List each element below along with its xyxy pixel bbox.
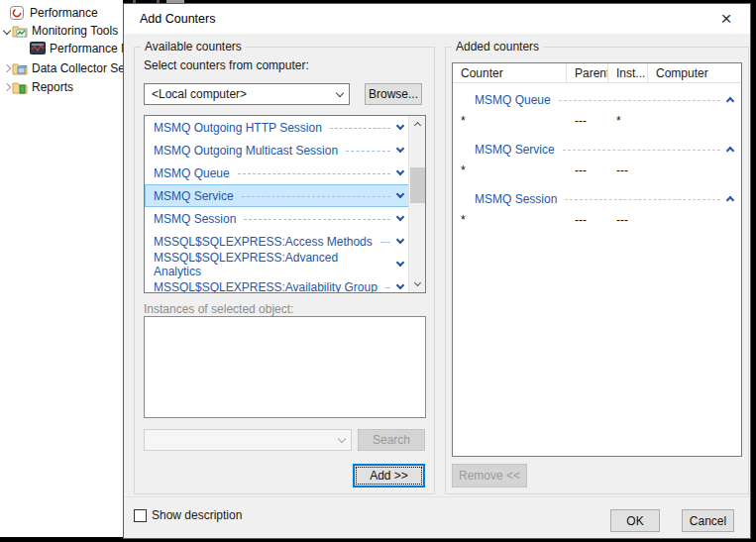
instances-label: Instances of selected object: [144, 302, 293, 316]
performance-logo-icon [10, 6, 26, 20]
remove-button: Remove << [452, 464, 527, 488]
ok-button[interactable]: OK [610, 509, 660, 532]
show-description-control: Show description [134, 508, 242, 522]
console-tree-panel: Performance Monitoring Tools Performance… [0, 0, 123, 537]
chevron-right-icon[interactable] [3, 83, 11, 91]
added-counters-table[interactable]: Counter Parent Inst... Computer MSMQ Que… [452, 62, 742, 457]
computer-combobox-value: <Local computer> [145, 87, 331, 101]
add-counters-dialog: Add Counters × Available counters Select… [123, 3, 751, 539]
tree-item-monitoring-tools[interactable]: Monitoring Tools [2, 22, 123, 40]
counter-group-row[interactable]: MSMQ Session [453, 186, 741, 211]
tree-item-performance[interactable]: Performance [0, 4, 123, 22]
folder-monitoring-icon [12, 24, 28, 38]
instances-list[interactable] [144, 316, 426, 418]
counter-list-item[interactable]: MSMQ Outgoing Multicast Session [145, 139, 409, 162]
scrollbar-up-icon[interactable] [409, 116, 426, 133]
counter-value-row[interactable]: * --- --- [453, 162, 741, 186]
screenshot-root: Performance Monitoring Tools Performance… [0, 0, 756, 542]
expand-chevron-icon[interactable] [396, 122, 404, 130]
expand-chevron-icon[interactable] [396, 213, 404, 221]
search-button: Search [358, 429, 425, 451]
chevron-down-icon[interactable] [331, 93, 349, 96]
counter-list-item[interactable]: MSMQ Session [145, 207, 409, 230]
tree-item-label: Reports [32, 80, 73, 94]
available-counters-list[interactable]: MSMQ Outgoing HTTP Session MSMQ Outgoing… [144, 115, 426, 293]
search-combobox [144, 429, 352, 451]
column-header-parent[interactable]: Parent [567, 63, 608, 82]
expand-chevron-icon[interactable] [396, 167, 404, 175]
expand-chevron-icon[interactable] [396, 281, 404, 289]
expand-chevron-icon[interactable] [396, 236, 404, 244]
expand-chevron-icon[interactable] [396, 145, 404, 153]
chevron-down-icon [333, 439, 351, 442]
close-icon[interactable]: × [712, 6, 740, 32]
added-counters-group-label: Added counters [452, 40, 543, 54]
column-header-counter[interactable]: Counter [453, 63, 567, 82]
collapse-chevron-icon[interactable] [726, 147, 734, 155]
collapse-chevron-icon[interactable] [726, 196, 734, 204]
chevron-down-icon[interactable] [3, 27, 11, 35]
computer-combobox[interactable]: <Local computer> [144, 83, 350, 105]
tree-item-label: Performance Monitor [50, 42, 123, 55]
counter-group-row[interactable]: MSMQ Service [453, 137, 741, 162]
scrollbar-down-icon[interactable] [409, 275, 426, 292]
tree-item-label: Data Collector Sets [32, 61, 123, 75]
expand-chevron-icon[interactable] [396, 259, 404, 267]
dialog-titlebar: Add Counters × [124, 4, 750, 34]
counter-value-row[interactable]: * --- * [453, 112, 741, 137]
folder-reports-icon [12, 80, 28, 94]
table-header-row: Counter Parent Inst... Computer [453, 63, 741, 83]
column-header-inst[interactable]: Inst... [608, 63, 648, 82]
counter-group-row[interactable]: MSMQ Queue [453, 87, 741, 112]
select-computer-label: Select counters from computer: [144, 58, 309, 72]
counter-list-item[interactable]: MSSQL$SQLEXPRESS:Advanced Analytics [145, 253, 409, 275]
counter-list-item[interactable]: MSSQL$SQLEXPRESS:Availability Group [145, 275, 409, 293]
expand-chevron-icon[interactable] [396, 190, 404, 198]
browse-button[interactable]: Browse... [365, 83, 422, 105]
show-description-label: Show description [152, 508, 242, 522]
available-counters-group-label: Available counters [141, 40, 246, 54]
cancel-button[interactable]: Cancel [682, 509, 734, 532]
counter-list-item-selected[interactable]: MSMQ Service [145, 184, 409, 207]
tree-item-reports[interactable]: Reports [2, 78, 123, 96]
tree-item-performance-monitor[interactable]: Performance Monitor [30, 40, 123, 57]
chevron-right-icon[interactable] [3, 64, 11, 72]
folder-collector-icon [12, 61, 28, 75]
footer-divider [124, 496, 750, 497]
show-description-checkbox[interactable] [134, 509, 147, 522]
tree-item-label: Monitoring Tools [32, 24, 118, 38]
tree-item-label: Performance [30, 6, 98, 20]
column-header-computer[interactable]: Computer [648, 63, 741, 82]
tree-item-data-collector-sets[interactable]: Data Collector Sets [2, 59, 123, 77]
counter-list-item[interactable]: MSMQ Queue [145, 162, 409, 184]
add-button[interactable]: Add >> [353, 464, 425, 488]
dialog-title: Add Counters [140, 12, 215, 26]
vertical-scrollbar[interactable] [408, 116, 425, 292]
scrollbar-thumb[interactable] [410, 167, 425, 203]
counter-list-item[interactable]: MSMQ Outgoing HTTP Session [145, 116, 409, 139]
performance-monitor-icon [30, 42, 46, 55]
collapse-chevron-icon[interactable] [726, 97, 734, 105]
counter-value-row[interactable]: * --- --- [453, 211, 741, 236]
